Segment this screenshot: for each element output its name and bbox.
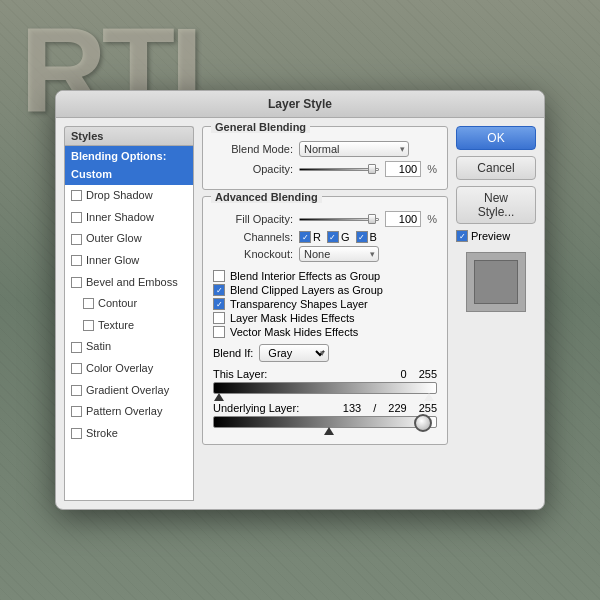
ok-button[interactable]: OK [456,126,536,150]
blend-opt-label-0: Blend Interior Effects as Group [230,270,380,282]
style-checkbox-8[interactable] [71,342,82,353]
style-label-1: Drop Shadow [86,187,153,205]
style-label-4: Inner Glow [86,252,139,270]
blend-option-2[interactable]: Transparency Shapes Layer [213,298,437,310]
style-item-6[interactable]: Contour [65,293,193,315]
style-checkbox-5[interactable] [71,277,82,288]
channel-g-label: G [341,231,350,243]
this-layer-thumb-left[interactable] [214,393,224,401]
style-item-7[interactable]: Texture [65,315,193,337]
preview-checkbox[interactable] [456,230,468,242]
style-label-5: Bevel and Emboss [86,274,178,292]
underlying-max: 255 [419,402,437,414]
this-layer-thumb-right[interactable] [424,393,434,401]
style-item-3[interactable]: Outer Glow [65,228,193,250]
general-blending-label: General Blending [211,121,310,133]
channel-g-item[interactable]: G [327,231,350,243]
style-checkbox-7[interactable] [83,320,94,331]
cancel-button[interactable]: Cancel [456,156,536,180]
style-checkbox-6[interactable] [83,298,94,309]
blend-if-select[interactable]: Gray [259,344,329,362]
style-checkbox-9[interactable] [71,363,82,374]
blend-option-4[interactable]: Vector Mask Hides Effects [213,326,437,338]
blend-option-0[interactable]: Blend Interior Effects as Group [213,270,437,282]
style-checkbox-10[interactable] [71,385,82,396]
underlying-layer-label-row: Underlying Layer: 133 / 229 255 [213,402,437,414]
general-blending-section: General Blending Blend Mode: Normal Opac… [202,126,448,190]
blend-opt-cb-4[interactable] [213,326,225,338]
blend-mode-select-wrapper[interactable]: Normal [299,141,409,157]
styles-panel: Styles Blending Options: CustomDrop Shad… [64,126,194,501]
underlying-thumb-right-circle[interactable] [414,414,432,432]
style-label-6: Contour [98,295,137,313]
underlying-layer-slider-row: Underlying Layer: 133 / 229 255 [213,402,437,428]
knockout-row: Knockout: None [213,246,437,262]
this-layer-label: This Layer: [213,368,267,380]
style-item-0[interactable]: Blending Options: Custom [65,146,193,185]
style-item-8[interactable]: Satin [65,336,193,358]
style-item-5[interactable]: Bevel and Emboss [65,272,193,294]
channels-label: Channels: [213,231,293,243]
style-item-2[interactable]: Inner Shadow [65,207,193,229]
style-checkbox-2[interactable] [71,212,82,223]
blend-options-list: Blend Interior Effects as GroupBlend Cli… [213,270,437,338]
style-item-1[interactable]: Drop Shadow [65,185,193,207]
knockout-select[interactable]: None [299,246,379,262]
advanced-blending-section: Advanced Blending Fill Opacity: % Chann [202,196,448,445]
blend-opt-label-3: Layer Mask Hides Effects [230,312,355,324]
fill-opacity-thumb[interactable] [368,214,376,224]
fill-opacity-slider[interactable] [299,218,379,221]
blend-opt-label-2: Transparency Shapes Layer [230,298,368,310]
style-checkbox-12[interactable] [71,428,82,439]
channel-b-item[interactable]: B [356,231,377,243]
channel-r-checkbox[interactable] [299,231,311,243]
style-item-12[interactable]: Stroke [65,423,193,445]
blend-opt-cb-2[interactable] [213,298,225,310]
dialog-body: Styles Blending Options: CustomDrop Shad… [56,118,544,509]
style-label-3: Outer Glow [86,230,142,248]
blend-option-1[interactable]: Blend Clipped Layers as Group [213,284,437,296]
style-item-4[interactable]: Inner Glow [65,250,193,272]
this-layer-label-row: This Layer: 0 255 [213,368,437,380]
style-label-7: Texture [98,317,134,335]
underlying-layer-slider[interactable] [213,416,437,428]
opacity-input[interactable]: 100 [385,161,421,177]
blend-mode-select[interactable]: Normal [299,141,409,157]
channel-b-label: B [370,231,377,243]
fill-opacity-input[interactable] [385,211,421,227]
this-layer-slider[interactable] [213,382,437,394]
blend-opt-cb-1[interactable] [213,284,225,296]
blend-opt-cb-0[interactable] [213,270,225,282]
style-checkbox-4[interactable] [71,255,82,266]
channel-r-label: R [313,231,321,243]
opacity-thumb[interactable] [368,164,376,174]
opacity-label: Opacity: [213,163,293,175]
style-label-12: Stroke [86,425,118,443]
this-layer-max: 255 [419,368,437,380]
blend-option-3[interactable]: Layer Mask Hides Effects [213,312,437,324]
blend-mode-label: Blend Mode: [213,143,293,155]
underlying-thumb-left[interactable] [324,427,334,435]
styles-panel-header: Styles [64,126,194,145]
style-item-9[interactable]: Color Overlay [65,358,193,380]
style-checkbox-3[interactable] [71,234,82,245]
channel-b-checkbox[interactable] [356,231,368,243]
blend-opt-label-1: Blend Clipped Layers as Group [230,284,383,296]
channel-g-checkbox[interactable] [327,231,339,243]
style-label-9: Color Overlay [86,360,153,378]
preview-label-row: Preview [456,230,536,242]
new-style-button[interactable]: New Style... [456,186,536,224]
knockout-select-wrapper[interactable]: None [299,246,379,262]
opacity-slider[interactable] [299,168,379,171]
underlying-v2: 229 [388,402,406,414]
fill-opacity-pct: % [427,213,437,225]
channel-r-item[interactable]: R [299,231,321,243]
style-item-11[interactable]: Pattern Overlay [65,401,193,423]
style-checkbox-1[interactable] [71,190,82,201]
fill-opacity-slider-container: % [299,211,437,227]
style-item-10[interactable]: Gradient Overlay [65,380,193,402]
blend-if-select-wrapper[interactable]: Gray [259,344,329,362]
style-label-10: Gradient Overlay [86,382,169,400]
blend-opt-cb-3[interactable] [213,312,225,324]
style-checkbox-11[interactable] [71,406,82,417]
